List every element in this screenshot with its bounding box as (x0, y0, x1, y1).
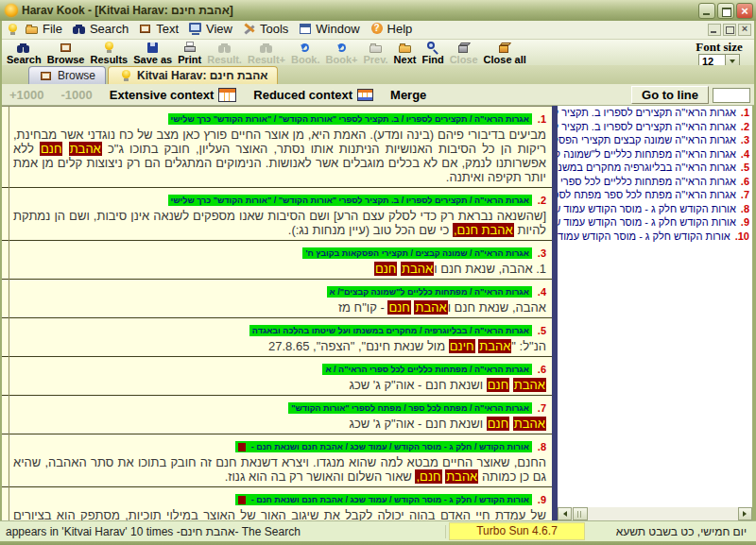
search-term-highlight: חנם (374, 262, 397, 276)
plus-1000-button[interactable]: +1000 (9, 88, 44, 102)
result-row[interactable]: 8.אורות הקודש / חלק ג - מוסר הקודש / עמו… (2, 434, 552, 487)
child-restore-button[interactable] (723, 24, 736, 36)
scroll-left-button[interactable] (558, 507, 572, 520)
result-number: 4. (538, 286, 546, 298)
source-list-item[interactable]: 5.אגרות הראי"ה בבליוגרפיה מחקרים במשנתו … (558, 161, 752, 175)
source-list-item[interactable]: 8.אורות הקודש חלק ג - מוסר הקודש עמוד שכ… (558, 202, 752, 216)
search-term-highlight: חנם, (415, 469, 441, 484)
menu-label: View (206, 22, 232, 36)
menu-tools[interactable]: Tools (237, 20, 293, 37)
menu-search[interactable]: Search (67, 20, 133, 37)
tab-kitvai-harav[interactable]: Kitvai Harav: אהבת חינם (108, 66, 278, 84)
book-next-button[interactable]: Book+ (323, 41, 361, 65)
font-size-label: Font size (690, 41, 748, 53)
tab-browse[interactable]: Browse (28, 66, 106, 84)
result-row[interactable]: 1.אגרות הראי"ה / תקצירים לספריו / ב. תקצ… (2, 107, 552, 188)
result-text: החנם, שאוצר החיים מבטא למה שהוא מנגדו. ו… (13, 455, 546, 484)
child-close-button[interactable] (738, 24, 751, 36)
app-version-badge: Turbo Sun 4.6.7 (449, 522, 585, 540)
close-window-button[interactable] (736, 3, 753, 19)
toolbar-button-label: Search (7, 55, 42, 65)
scroll-thumb[interactable] (573, 507, 588, 520)
result-text: אהבת חנם ושנאת חנם - אוה"ק ג' שכג (13, 378, 546, 392)
menu-bar: FileSearchTextViewToolsWindowHelp (2, 21, 754, 40)
search-term-highlight: חנם (40, 142, 62, 156)
result-text: 1. אהבה, שנאת חנם ואהבת חנם (13, 262, 546, 276)
source-list-item[interactable]: 6.אגרות הראי"ה מפתחות כלליים לכל ספרי הר… (558, 175, 752, 189)
save-as-button[interactable]: Save as (130, 41, 175, 65)
box-orange-icon (497, 41, 512, 54)
book-icon (39, 69, 54, 83)
source-list-item[interactable]: 10.אורות הקודש חלק ג - מוסר הקודש עמוד ש… (558, 230, 752, 244)
scroll-track[interactable] (588, 507, 738, 520)
search-button[interactable]: Search (4, 41, 44, 65)
source-list-item[interactable]: 4.אגרות הראי"ה מפתחות כלליים ל"שמונה קבצ… (558, 147, 752, 162)
sidebar-hscrollbar (558, 507, 752, 520)
text-run: כי שם הכל טוב (עיין מנחות נג:). (288, 223, 453, 237)
menu-file[interactable]: File (20, 20, 67, 37)
context-item-label: +1000 (9, 88, 44, 102)
result-row[interactable]: 9.אורות הקודש / חלק ג - מוסר הקודש / עמו… (2, 487, 552, 520)
find-button[interactable]: Find (419, 41, 446, 65)
result-row[interactable]: 5.אגרות הראי"ה / בבליוגרפיה / מחקרים במש… (2, 318, 552, 357)
result-row[interactable]: 3.אגרות הראי"ה / שמונה קבצים / תקצירי הפ… (2, 241, 552, 280)
menu-help[interactable]: Help (365, 20, 418, 37)
source-number: 1. (741, 107, 749, 118)
results-button[interactable]: Results (87, 41, 130, 65)
menu-window[interactable]: Window (293, 20, 364, 37)
result-row[interactable]: 6.אגרות הראי"ה / מפתחות כלליים לכל ספרי … (2, 357, 552, 396)
scroll-right-button[interactable] (738, 507, 752, 520)
source-list-item[interactable]: 9.אורות הקודש חלק ג - מוסר הקודש עמוד שכ… (558, 215, 752, 230)
merge-button[interactable]: Merge (390, 88, 426, 102)
left-arrow-icon (560, 511, 567, 517)
search-term-highlight: אהבת (513, 417, 546, 431)
result-number: 9. (538, 494, 546, 505)
child-minimize-button[interactable] (708, 24, 721, 36)
text-run: הנ"ל: " (511, 339, 546, 353)
book-prev-button[interactable]: Book. (288, 41, 323, 65)
go-to-line-button[interactable]: Go to line (631, 86, 709, 104)
result-text: אהבת חנם ושנאת חנם - אוה"ק ג' שכג (13, 417, 546, 431)
right-arrow-icon (743, 511, 749, 517)
text-run: מול שנאת חינם", "הצפה", 27.8.65 (268, 339, 449, 353)
source-number: 6. (741, 176, 749, 187)
result-row[interactable]: 2.אגרות הראי"ה / תקצירים לספריו / ב. תקצ… (2, 188, 552, 241)
go-to-line-input[interactable] (713, 88, 750, 103)
results-panel: 1.אגרות הראי"ה / תקצירים לספריו / ב. תקצ… (2, 106, 552, 520)
help-icon (369, 22, 385, 36)
minus-1000-button[interactable]: -1000 (61, 88, 93, 102)
result-prev-button[interactable]: Result. (204, 41, 245, 65)
source-list-item[interactable]: 1.אגרות הראי"ה תקצירים לספריו ב. תקציר ל… (558, 106, 752, 120)
text-run: של עמדת חיי האדם בהוה יכולה לקבל את שיגו… (13, 508, 546, 520)
menu-view[interactable]: View (183, 20, 237, 37)
context-item-label: -1000 (61, 88, 93, 102)
menu-text[interactable]: Text (133, 20, 183, 37)
reduced-context-button[interactable]: Reduced context (253, 88, 373, 102)
source-number: 5. (741, 162, 749, 173)
minimize-button[interactable] (698, 3, 715, 19)
thumb-grip (577, 511, 583, 518)
tools-icon (242, 22, 257, 36)
source-list-item[interactable]: 3.אגרות הראי"ה שמונה קבצים תקצירי הפסקאו… (558, 133, 752, 147)
prev-button[interactable]: Prev. (360, 41, 390, 65)
source-number: 7. (741, 189, 749, 200)
source-text: אגרות הראי"ה שמונה קבצים תקצירי הפסקאות … (558, 134, 736, 145)
result-next-button[interactable]: Result+ (245, 41, 288, 65)
source-list-item[interactable]: 7.אגרות הראי"ה מפתח לכל ספר מפתח לספרי "… (558, 188, 752, 202)
browse-button[interactable]: Browse (44, 41, 88, 65)
gutter-line (9, 107, 9, 520)
toolbar-button-label: Next (394, 55, 417, 65)
close-all-button[interactable]: Close all (481, 41, 529, 65)
search-term-highlight: אהבת (401, 262, 434, 276)
next-button[interactable]: Next (391, 41, 420, 65)
print-button[interactable]: Print (175, 41, 204, 65)
extensive-context-button[interactable]: Extensive context (110, 88, 237, 102)
result-row[interactable]: 7.אגרות הראי"ה / מפתח לכל ספר / מפתח לספ… (2, 396, 552, 434)
result-row[interactable]: 4.אגרות הראי"ה / מפתחות כלליים ל"שמונה ק… (2, 280, 552, 318)
toolbar-button-label: Close all (484, 55, 526, 65)
search-term-highlight: חנם (387, 300, 410, 315)
source-text: אגרות הראי"ה מפתח לכל ספר מפתח לספרי "או… (558, 189, 736, 200)
restore-button[interactable] (717, 3, 734, 19)
source-list-item[interactable]: 2.אגרות הראי"ה תקצירים לספריו ב. תקציר ל… (558, 120, 752, 134)
close-button[interactable]: Close (447, 41, 481, 65)
